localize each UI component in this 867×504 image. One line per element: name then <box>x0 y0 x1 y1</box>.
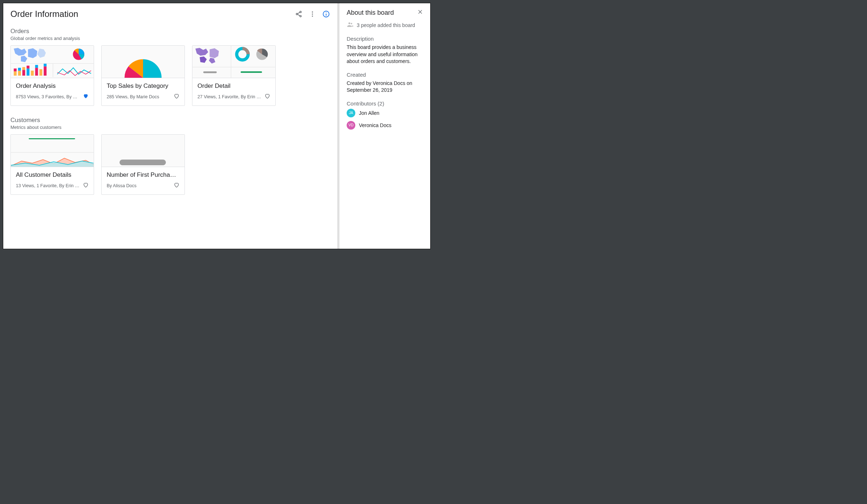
description-label: Description <box>347 36 423 42</box>
card-meta: 27 Views, 1 Favorite, By Erin … <box>197 94 262 99</box>
card-top-sales[interactable]: Top Sales by Category 285 Views, By Mari… <box>101 45 185 106</box>
main-content: Order Information Orders Global order me… <box>3 3 339 249</box>
svg-point-43 <box>351 23 352 24</box>
card-title: Order Detail <box>197 82 270 90</box>
svg-rect-19 <box>27 66 30 68</box>
card-meta: By Alissa Docs <box>107 183 172 188</box>
svg-point-0 <box>300 11 301 13</box>
heart-outline-icon[interactable] <box>174 182 179 189</box>
card-first-purchases[interactable]: Number of First Purcha… By Alissa Docs <box>101 134 185 195</box>
svg-rect-33 <box>203 71 217 73</box>
svg-rect-34 <box>241 71 262 73</box>
svg-rect-15 <box>18 68 21 71</box>
svg-rect-21 <box>35 68 38 76</box>
svg-point-10 <box>326 12 326 13</box>
section-title: Orders <box>10 28 330 35</box>
section-subtitle: Metrics about customers <box>10 125 330 130</box>
card-meta: 285 Views, By Marie Docs <box>107 94 172 99</box>
svg-rect-13 <box>14 68 17 71</box>
card-thumbnail <box>102 135 184 167</box>
section-title: Customers <box>10 117 330 124</box>
svg-rect-22 <box>35 65 38 68</box>
card-order-analysis[interactable]: Order Analysis 8753 Views, 3 Favorites, … <box>10 45 94 106</box>
svg-point-1 <box>296 13 298 15</box>
page-title: Order Information <box>10 9 78 19</box>
contributor-name: Jon Allen <box>359 110 379 116</box>
info-icon[interactable] <box>322 10 330 18</box>
card-title: All Customer Details <box>16 171 89 179</box>
card-all-customer-details[interactable]: All Customer Details 13 Views, 1 Favorit… <box>10 134 94 195</box>
svg-rect-25 <box>44 63 46 66</box>
card-title: Number of First Purcha… <box>107 171 179 179</box>
svg-rect-12 <box>14 71 17 76</box>
people-icon <box>347 21 354 29</box>
card-thumbnail <box>11 46 94 78</box>
svg-rect-35 <box>29 138 75 139</box>
svg-rect-16 <box>22 70 25 76</box>
description-text: This board provides a business overview … <box>347 44 423 65</box>
section-customers: Customers Metrics about customers <box>10 117 330 195</box>
svg-point-2 <box>300 15 301 17</box>
avatar: JA <box>347 109 355 117</box>
contributor-row: VD Veronica Docs <box>347 121 423 130</box>
svg-line-3 <box>298 12 300 14</box>
svg-rect-39 <box>120 159 166 165</box>
heart-outline-icon[interactable] <box>174 93 179 100</box>
svg-point-6 <box>312 14 313 15</box>
contributors-label: Contributors (2) <box>347 100 423 107</box>
heart-outline-icon[interactable] <box>264 93 270 100</box>
svg-point-7 <box>312 15 313 17</box>
card-thumbnail <box>11 135 94 167</box>
svg-rect-17 <box>22 67 25 70</box>
section-orders: Orders Global order metrics and analysis <box>10 28 330 106</box>
svg-rect-18 <box>27 68 30 76</box>
card-meta: 8753 Views, 3 Favorites, By M… <box>16 94 81 99</box>
created-label: Created <box>347 72 423 78</box>
card-thumbnail <box>102 46 184 78</box>
card-title: Top Sales by Category <box>107 82 179 90</box>
card-meta: 13 Views, 1 Favorite, By Erin … <box>16 183 81 188</box>
avatar: VD <box>347 121 355 130</box>
about-panel: About this board 3 people added this boa… <box>339 3 430 249</box>
card-thumbnail <box>192 46 275 78</box>
created-text: Created by Veronica Docs on September 26… <box>347 80 423 94</box>
svg-rect-20 <box>31 71 34 76</box>
people-added-text: 3 people added this board <box>357 22 415 28</box>
section-subtitle: Global order metrics and analysis <box>10 36 330 41</box>
card-order-detail[interactable]: Order Detail 27 Views, 1 Favorite, By Er… <box>192 45 276 106</box>
svg-rect-24 <box>44 66 46 76</box>
close-icon[interactable] <box>417 9 423 17</box>
svg-line-4 <box>298 14 300 16</box>
svg-point-5 <box>312 12 313 13</box>
more-icon[interactable] <box>308 10 316 18</box>
contributor-name: Veronica Docs <box>359 122 391 128</box>
svg-rect-14 <box>18 71 21 76</box>
svg-point-42 <box>348 22 350 24</box>
svg-rect-23 <box>39 69 42 76</box>
heart-filled-icon[interactable] <box>83 93 89 100</box>
share-icon[interactable] <box>295 10 303 18</box>
contributor-row: JA Jon Allen <box>347 109 423 117</box>
card-title: Order Analysis <box>16 82 89 90</box>
about-title: About this board <box>347 9 394 17</box>
heart-outline-icon[interactable] <box>83 182 89 189</box>
